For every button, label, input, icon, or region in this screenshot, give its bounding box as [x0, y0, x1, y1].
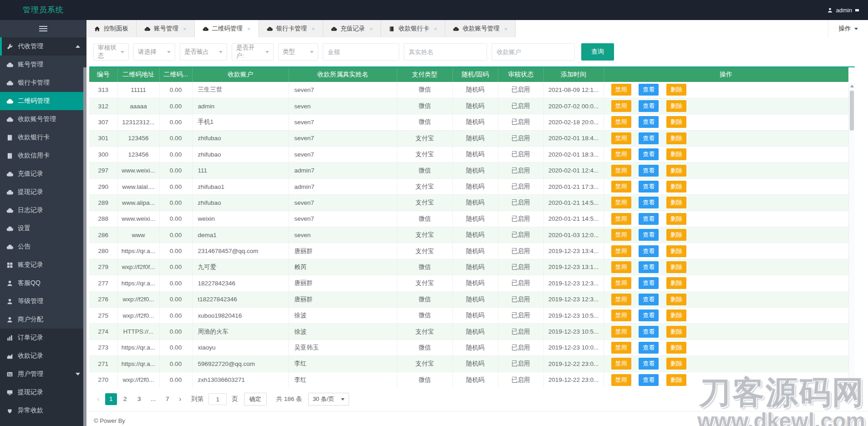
sidebar-item[interactable]: 收款信用卡: [0, 147, 86, 165]
filter-input[interactable]: [323, 43, 399, 61]
sidebar-item[interactable]: 二维码管理: [0, 92, 86, 110]
tab[interactable]: 账号管理: [137, 20, 195, 37]
tab[interactable]: 控制面板: [86, 20, 137, 37]
table-scrollbar[interactable]: [848, 83, 855, 388]
sidebar-item[interactable]: 日志记录: [0, 201, 86, 219]
view-button[interactable]: 查看: [639, 261, 659, 273]
user-menu[interactable]: admin: [827, 0, 859, 20]
delete-button[interactable]: 删除: [666, 165, 686, 177]
disable-button[interactable]: 禁用: [611, 229, 631, 241]
delete-button[interactable]: 删除: [666, 326, 686, 338]
delete-button[interactable]: 删除: [666, 148, 686, 160]
delete-button[interactable]: 删除: [666, 213, 686, 225]
search-button[interactable]: 查询: [581, 43, 614, 61]
disable-button[interactable]: 禁用: [611, 294, 631, 305]
filter-select[interactable]: 类型: [278, 43, 318, 61]
close-icon[interactable]: [247, 26, 251, 32]
sidebar-item[interactable]: 账变记录: [0, 256, 86, 274]
delete-button[interactable]: 删除: [666, 132, 686, 144]
view-button[interactable]: 查看: [639, 197, 659, 208]
page-number[interactable]: 3: [133, 393, 145, 405]
disable-button[interactable]: 禁用: [611, 132, 631, 144]
filter-select[interactable]: 是否被占: [180, 43, 227, 61]
filter-select[interactable]: 是否开户:: [232, 43, 274, 61]
view-button[interactable]: 查看: [639, 100, 659, 112]
sidebar-item[interactable]: 提现记录: [0, 183, 86, 201]
next-page-button[interactable]: [176, 395, 185, 404]
disable-button[interactable]: 禁用: [611, 100, 631, 112]
sidebar-scrollbar[interactable]: [83, 67, 86, 426]
delete-button[interactable]: 删除: [666, 261, 686, 273]
sidebar-item[interactable]: 收款记录: [0, 347, 86, 365]
page-size-select[interactable]: 30 条/页: [308, 393, 349, 406]
disable-button[interactable]: 禁用: [611, 148, 631, 160]
goto-page-input[interactable]: [208, 393, 227, 405]
disable-button[interactable]: 禁用: [611, 245, 631, 257]
view-button[interactable]: 查看: [639, 132, 659, 144]
disable-button[interactable]: 禁用: [611, 197, 631, 208]
sidebar-item[interactable]: 商户分配: [0, 310, 86, 329]
view-button[interactable]: 查看: [639, 342, 659, 354]
disable-button[interactable]: 禁用: [611, 181, 631, 193]
view-button[interactable]: 查看: [639, 213, 659, 225]
delete-button[interactable]: 删除: [666, 294, 686, 305]
sidebar-item[interactable]: 用户管理: [0, 365, 86, 383]
close-icon[interactable]: [370, 26, 373, 32]
tab[interactable]: 充值记录: [323, 20, 381, 37]
close-icon[interactable]: [311, 26, 315, 32]
tab[interactable]: 二维码管理: [195, 20, 259, 37]
sidebar-item[interactable]: 设置: [0, 219, 86, 238]
filter-input[interactable]: [492, 43, 575, 61]
sidebar-item[interactable]: 充值记录: [0, 165, 86, 183]
sidebar-item[interactable]: 客服QQ: [0, 274, 86, 292]
view-button[interactable]: 查看: [639, 229, 659, 241]
view-button[interactable]: 查看: [639, 358, 659, 370]
prev-page-button[interactable]: [94, 395, 103, 404]
sidebar-collapse-button[interactable]: [0, 20, 86, 37]
sidebar-item[interactable]: 异常收款: [0, 401, 86, 420]
page-number[interactable]: 2: [119, 393, 131, 405]
page-number[interactable]: ...: [147, 393, 159, 405]
page-number[interactable]: 7: [162, 393, 173, 405]
sidebar-item[interactable]: 等级管理: [0, 292, 86, 310]
sidebar-item[interactable]: 账号管理: [0, 56, 86, 74]
sidebar-item[interactable]: 收款银行卡: [0, 128, 86, 147]
view-button[interactable]: 查看: [639, 148, 659, 160]
disable-button[interactable]: 禁用: [611, 261, 631, 273]
delete-button[interactable]: 删除: [666, 116, 686, 128]
filter-select[interactable]: 请选择: [133, 43, 175, 61]
close-icon[interactable]: [183, 26, 187, 32]
disable-button[interactable]: 禁用: [611, 84, 631, 96]
close-icon[interactable]: [504, 26, 508, 32]
delete-button[interactable]: 删除: [666, 277, 686, 289]
view-button[interactable]: 查看: [639, 294, 659, 305]
view-button[interactable]: 查看: [639, 116, 659, 128]
sidebar-item[interactable]: 收款账号管理: [0, 110, 86, 128]
delete-button[interactable]: 删除: [666, 309, 686, 321]
filter-input[interactable]: [404, 43, 487, 61]
tab[interactable]: 银行卡管理: [259, 20, 323, 37]
delete-button[interactable]: 删除: [666, 100, 686, 112]
scrollbar-thumb[interactable]: [850, 91, 854, 131]
view-button[interactable]: 查看: [639, 84, 659, 96]
filter-select[interactable]: 审核状态: [93, 43, 129, 61]
tab-operations-dropdown[interactable]: 操作: [828, 20, 868, 37]
scroll-up-icon[interactable]: [850, 85, 854, 87]
view-button[interactable]: 查看: [639, 326, 659, 338]
view-button[interactable]: 查看: [639, 309, 659, 321]
disable-button[interactable]: 禁用: [611, 342, 631, 354]
confirm-button[interactable]: 确定: [244, 393, 267, 406]
disable-button[interactable]: 禁用: [611, 116, 631, 128]
disable-button[interactable]: 禁用: [611, 309, 631, 321]
delete-button[interactable]: 删除: [666, 84, 686, 96]
disable-button[interactable]: 禁用: [611, 165, 631, 177]
disable-button[interactable]: 禁用: [611, 277, 631, 289]
delete-button[interactable]: 删除: [666, 358, 686, 370]
close-icon[interactable]: [434, 26, 437, 32]
view-button[interactable]: 查看: [639, 165, 659, 177]
page-number[interactable]: 1: [105, 393, 117, 405]
sidebar-item[interactable]: 提现记录: [0, 383, 86, 401]
delete-button[interactable]: 删除: [666, 342, 686, 354]
disable-button[interactable]: 禁用: [611, 326, 631, 338]
disable-button[interactable]: 禁用: [611, 374, 631, 386]
